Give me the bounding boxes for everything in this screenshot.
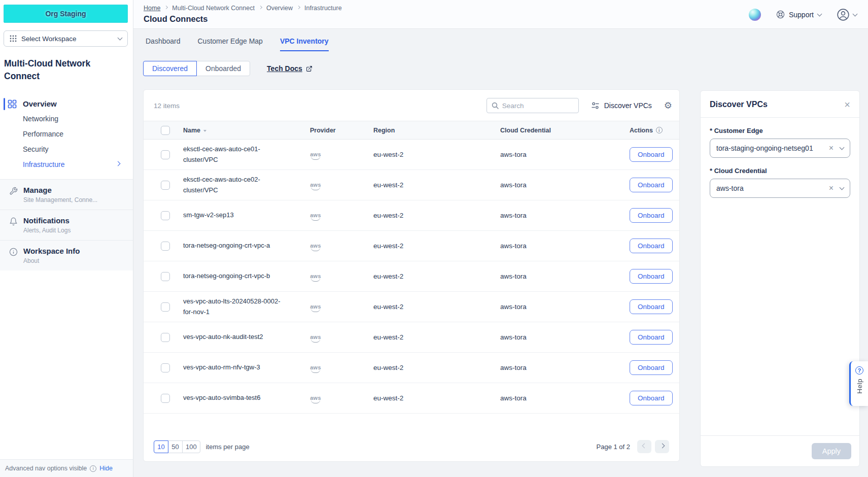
- tab-bar: Dashboard Customer Edge Map VPC Inventor…: [146, 37, 680, 51]
- account-menu[interactable]: [837, 8, 857, 21]
- page-size-50[interactable]: 50: [168, 440, 183, 453]
- region-value: eu-west-2: [373, 242, 500, 250]
- discover-vpcs-panel: Discover VPCs × * Customer Edge tora-sta…: [700, 90, 860, 467]
- sliders-icon: [591, 101, 600, 110]
- onboard-button[interactable]: Onboard: [630, 178, 673, 192]
- cloud-credential-select[interactable]: aws-tora ×: [710, 179, 850, 198]
- workspace-selector-label: Select Workspace: [21, 35, 77, 43]
- aws-provider-icon: aws: [310, 304, 321, 312]
- sidebar-item-infrastructure[interactable]: Infrastructure: [0, 157, 133, 172]
- next-page-button[interactable]: [655, 440, 669, 453]
- breadcrumb-item[interactable]: Multi-Cloud Network Connect: [172, 5, 255, 12]
- credential-value: aws-tora: [500, 242, 630, 250]
- sidebar-item-manage[interactable]: Manage Site Management, Conne...: [0, 179, 133, 210]
- info-icon: i: [90, 465, 96, 472]
- pagination-bar: 10 50 100 items per page Page 1 of 2: [144, 440, 679, 461]
- page-size-10[interactable]: 10: [154, 440, 168, 453]
- sidebar-item-label: Networking: [23, 115, 58, 123]
- sidebar-item-networking[interactable]: Networking: [0, 111, 133, 126]
- onboard-button[interactable]: Onboard: [630, 147, 673, 162]
- required-asterisk: *: [710, 127, 712, 134]
- tab-customer-edge-map[interactable]: Customer Edge Map: [198, 37, 263, 51]
- table-header-row: Name Provider Region Cloud Credential Ac…: [144, 121, 679, 140]
- table-row: ves-vpc-auto-nk-audit-test2 aws eu-west-…: [144, 322, 679, 353]
- cloud-credential-label: * Cloud Credential: [710, 167, 850, 175]
- chevron-right-icon: [164, 6, 168, 9]
- breadcrumb-item[interactable]: Overview: [266, 5, 293, 12]
- user-icon: [837, 8, 850, 21]
- page-size-100[interactable]: 100: [182, 440, 200, 453]
- sidebar-item-performance[interactable]: Performance: [0, 126, 133, 142]
- org-staging-button[interactable]: Org Staging: [4, 5, 128, 23]
- column-header-region: Region: [373, 127, 500, 134]
- row-checkbox[interactable]: [161, 242, 170, 251]
- close-icon[interactable]: ×: [844, 99, 850, 110]
- sidebar-section-label: Notifications: [23, 216, 71, 225]
- tech-docs-link[interactable]: Tech Docs: [267, 64, 313, 73]
- discover-vpcs-button[interactable]: Discover VPCs: [591, 101, 652, 110]
- apply-button[interactable]: Apply: [812, 443, 851, 459]
- tab-dashboard[interactable]: Dashboard: [146, 37, 181, 51]
- breadcrumb-home[interactable]: Home: [144, 5, 160, 12]
- tab-vpc-inventory[interactable]: VPC Inventory: [280, 37, 329, 51]
- search-input[interactable]: [502, 102, 574, 110]
- onboard-button[interactable]: Onboard: [630, 238, 673, 253]
- row-checkbox[interactable]: [161, 333, 170, 342]
- table-row: tora-netseg-ongoing-crt-vpc-a aws eu-wes…: [144, 231, 679, 261]
- table-row: sm-tgw-v2-sep13 aws eu-west-2 aws-tora O…: [144, 200, 679, 231]
- row-checkbox[interactable]: [161, 272, 170, 281]
- support-menu[interactable]: Support: [776, 10, 821, 19]
- wrench-icon: [9, 187, 18, 203]
- sidebar-item-security[interactable]: Security: [0, 142, 133, 157]
- sidebar-item-label: Infrastructure: [23, 160, 64, 168]
- row-checkbox[interactable]: [161, 181, 170, 190]
- region-value: eu-west-2: [373, 151, 500, 158]
- info-icon[interactable]: i: [656, 127, 663, 133]
- sort-toggle[interactable]: [203, 129, 206, 132]
- onboard-button[interactable]: Onboard: [630, 330, 673, 345]
- sidebar-item-workspace-info[interactable]: Workspace Info About: [0, 240, 133, 270]
- row-checkbox[interactable]: [161, 211, 170, 220]
- segment-discovered[interactable]: Discovered: [143, 61, 197, 76]
- column-header-credential: Cloud Credential: [500, 127, 630, 134]
- row-checkbox[interactable]: [161, 363, 170, 372]
- table-row: eksctl-cec-aws-auto-ce01-cluster/VPC aws…: [144, 140, 679, 170]
- breadcrumb-item[interactable]: Infrastructure: [304, 5, 342, 12]
- sidebar-item-label: Performance: [23, 130, 63, 138]
- chevron-down-icon: [118, 36, 123, 41]
- chevron-right-icon: [116, 161, 121, 166]
- vpc-table-card: 12 items: [143, 89, 680, 462]
- onboard-button[interactable]: Onboard: [630, 299, 673, 314]
- row-checkbox[interactable]: [161, 394, 170, 403]
- help-tab[interactable]: ? Help: [849, 361, 868, 406]
- clear-icon[interactable]: ×: [829, 184, 834, 192]
- gear-icon[interactable]: ⚙: [664, 101, 672, 110]
- sidebar-section-description: Alerts, Audit Logs: [23, 227, 71, 234]
- customer-edge-select[interactable]: tora-staging-ongoing-netseg01 ×: [710, 139, 850, 158]
- row-checkbox[interactable]: [161, 150, 170, 159]
- onboard-button[interactable]: Onboard: [630, 391, 673, 405]
- assistant-orb-avatar[interactable]: [749, 9, 761, 21]
- aws-provider-icon: aws: [310, 243, 321, 251]
- table-column: Dashboard Customer Edge Map VPC Inventor…: [143, 29, 680, 477]
- bell-icon: [9, 217, 18, 234]
- credential-value: aws-tora: [500, 181, 630, 189]
- sidebar-item-notifications[interactable]: Notifications Alerts, Audit Logs: [0, 210, 133, 240]
- hide-link[interactable]: Hide: [99, 465, 113, 472]
- segment-onboarded[interactable]: Onboarded: [196, 61, 250, 76]
- onboard-button[interactable]: Onboard: [630, 208, 673, 223]
- items-count: 12 items: [154, 102, 180, 110]
- credential-value: aws-tora: [500, 212, 630, 219]
- table-toolbar: 12 items: [144, 90, 679, 121]
- workspace-selector[interactable]: Select Workspace: [4, 30, 128, 47]
- discovery-segmented-control: Discovered Onboarded: [143, 61, 250, 76]
- clear-icon[interactable]: ×: [829, 144, 834, 152]
- select-all-checkbox[interactable]: [161, 126, 170, 135]
- aws-provider-icon: aws: [310, 274, 321, 282]
- required-asterisk: *: [710, 167, 712, 175]
- sidebar-item-overview[interactable]: Overview: [0, 97, 133, 111]
- onboard-button[interactable]: Onboard: [630, 360, 673, 375]
- row-checkbox[interactable]: [161, 302, 170, 312]
- onboard-button[interactable]: Onboard: [630, 269, 673, 284]
- previous-page-button[interactable]: [637, 440, 651, 453]
